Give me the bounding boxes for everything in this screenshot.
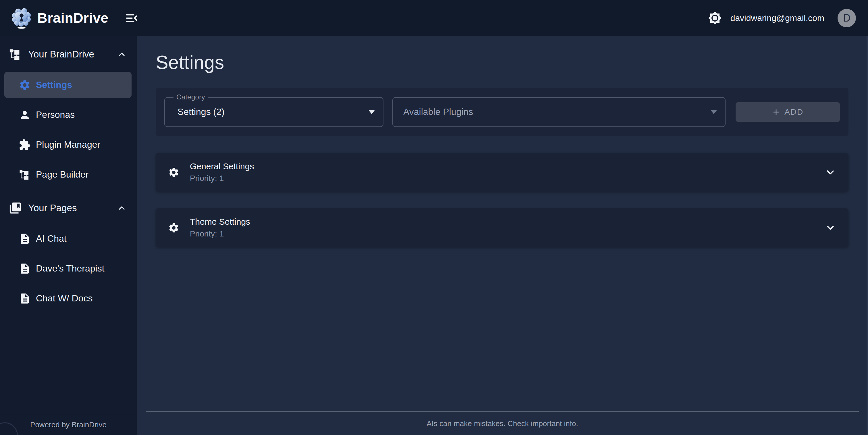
gear-icon	[168, 167, 180, 178]
app-window: BrainDrive davidwaring@gmail.com	[0, 0, 868, 435]
avatar-initial: D	[843, 12, 850, 24]
document-icon	[19, 233, 31, 245]
accordion-general-settings[interactable]: General Settings Priority: 1	[156, 153, 848, 192]
menu-open-icon	[125, 11, 138, 25]
theme-toggle-button[interactable]	[707, 10, 723, 26]
topbar: BrainDrive davidwaring@gmail.com	[0, 0, 868, 36]
avatar[interactable]: D	[838, 9, 856, 27]
section-label: Your Pages	[28, 203, 117, 214]
category-select[interactable]: Category Settings (2)	[164, 97, 383, 127]
gear-icon	[19, 79, 31, 91]
section-label: Your BrainDrive	[28, 49, 117, 60]
category-select-label: Category	[174, 93, 208, 101]
collections-bookmark-icon	[9, 201, 22, 215]
sidebar-section-your-braindrive[interactable]: Your BrainDrive	[0, 47, 137, 62]
plus-icon	[772, 108, 780, 116]
chevron-down-icon	[825, 222, 836, 233]
sidebar-item-page-builder[interactable]: Page Builder	[4, 161, 131, 188]
chevron-up-icon	[117, 204, 126, 213]
schema-icon	[19, 169, 31, 181]
accordion-title: Theme Settings	[190, 217, 250, 227]
brightness-icon	[708, 11, 722, 25]
available-plugins-placeholder: Available Plugins	[393, 106, 473, 117]
brand[interactable]: BrainDrive	[11, 7, 108, 29]
chevron-up-icon	[117, 50, 126, 59]
scrollbar[interactable]	[867, 36, 868, 435]
add-button-label: ADD	[784, 107, 804, 117]
sidebar-item-label: Settings	[36, 80, 72, 90]
sidebar-item-personas[interactable]: Personas	[4, 102, 131, 128]
document-icon	[19, 262, 31, 275]
topbar-right: davidwaring@gmail.com D	[707, 9, 856, 27]
powered-by-text: Powered by BrainDrive	[30, 421, 106, 429]
puzzle-icon	[19, 139, 31, 151]
available-plugins-select[interactable]: Available Plugins	[392, 97, 725, 127]
accordion-theme-settings[interactable]: Theme Settings Priority: 1	[156, 208, 848, 247]
sidebar-footer: Powered by BrainDrive	[0, 414, 137, 435]
sidebar-item-label: Dave's Therapist	[36, 263, 104, 274]
category-select-value: Settings (2)	[165, 106, 225, 117]
user-email[interactable]: davidwaring@gmail.com	[731, 13, 824, 23]
sidebar-item-label: Page Builder	[36, 169, 89, 180]
dropdown-arrow-icon	[711, 110, 717, 114]
page-title: Settings	[156, 52, 848, 73]
disclaimer-text: AIs can make mistakes. Check important i…	[427, 419, 578, 428]
sidebar-item-label: Plugin Manager	[36, 139, 100, 150]
braindrive-logo-icon	[11, 7, 32, 29]
document-icon	[19, 292, 31, 305]
main-area: Settings Category Settings (2) Available…	[137, 36, 868, 435]
brand-name: BrainDrive	[37, 10, 108, 26]
sidebar-item-settings[interactable]: Settings	[4, 72, 131, 98]
accordion-subtitle: Priority: 1	[190, 174, 254, 183]
accordion-subtitle: Priority: 1	[190, 229, 250, 239]
sidebar-item-label: Personas	[36, 110, 75, 120]
sidebar-item-label: Chat W/ Docs	[36, 293, 92, 304]
sidebar-item-ai-chat[interactable]: AI Chat	[4, 225, 131, 252]
sidebar-item-plugin-manager[interactable]: Plugin Manager	[4, 132, 131, 158]
schema-icon	[9, 48, 22, 61]
sidebar-section-your-pages[interactable]: Your Pages	[0, 200, 137, 216]
gear-icon	[168, 222, 180, 234]
dropdown-arrow-icon	[369, 110, 375, 114]
plugin-filter-card: Category Settings (2) Available Plugins	[156, 88, 848, 136]
accordion-title: General Settings	[190, 161, 254, 171]
add-button[interactable]: ADD	[736, 102, 840, 122]
sidebar-item-daves-therapist[interactable]: Dave's Therapist	[4, 255, 131, 282]
sidebar: Your BrainDrive Settings	[0, 36, 137, 435]
person-icon	[19, 109, 31, 121]
disclaimer-footer: AIs can make mistakes. Check important i…	[146, 411, 859, 435]
chevron-down-icon	[825, 167, 836, 178]
sidebar-item-label: AI Chat	[36, 233, 67, 244]
collapse-sidebar-button[interactable]	[124, 11, 139, 26]
sidebar-item-chat-w-docs[interactable]: Chat W/ Docs	[4, 285, 131, 311]
